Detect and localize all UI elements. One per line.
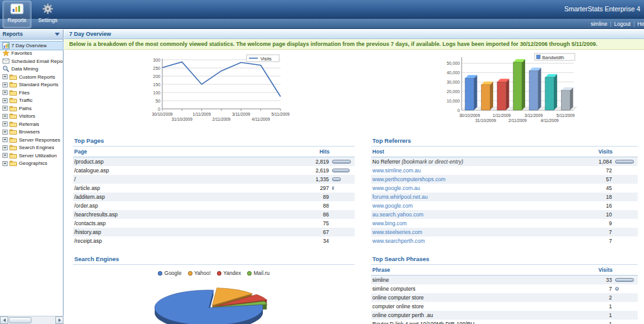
table-row: www.google.com16	[371, 201, 638, 210]
scrollbar-track[interactable]	[8, 316, 55, 324]
sidebar-item-data-mining[interactable]: Data Mining	[0, 65, 63, 74]
table-row: /searchresults.asp86	[73, 210, 355, 219]
expand-plus-icon[interactable]: +	[3, 153, 8, 158]
row-link[interactable]: au.search.yahoo.com	[372, 211, 423, 218]
scrollbar-thumb[interactable]	[9, 317, 31, 323]
table-row: online computer perth .au1	[371, 311, 638, 320]
svg-text:300: 300	[153, 58, 160, 62]
reports-button[interactable]: Reports	[3, 1, 31, 28]
sidebar-item-files[interactable]: +Files	[0, 89, 63, 97]
sidebar-item-referrals[interactable]: +Referrals	[0, 120, 63, 128]
search-engines-pie-chart	[143, 279, 355, 324]
sidebar-item-scheduled-email-reports[interactable]: Scheduled Email Reports	[0, 57, 63, 65]
scroll-left-button[interactable]	[0, 316, 8, 324]
row-link[interactable]: www.searchperth.com	[372, 238, 425, 244]
table-row: /catalogue.asp2,619	[73, 166, 355, 175]
top-search-phrases-column-visits: Visits	[582, 265, 638, 276]
row-link[interactable]: www.bing.com	[372, 220, 407, 226]
table-row: www.steelseries.com7	[371, 228, 638, 237]
scroll-right-button[interactable]	[55, 316, 64, 324]
expand-plus-icon[interactable]: +	[3, 74, 8, 79]
table-row: /1,335	[73, 175, 355, 184]
sidebar-item-geographics[interactable]: +Geographics	[0, 160, 63, 168]
sidebar-item-browsers[interactable]: +Browsers	[0, 128, 63, 137]
svg-text:1/11/2009: 1/11/2009	[192, 112, 211, 116]
table-row: online computer store2	[371, 293, 638, 302]
collapse-arrow-icon[interactable]	[55, 33, 60, 36]
sidebar-item-custom-reports[interactable]: +Custom Reports	[0, 73, 63, 81]
top-search-phrases-section: Top Search Phrases PhraseVisitssimline33…	[371, 254, 638, 324]
sidebar-item-server-utilization[interactable]: +Server Utilization	[0, 152, 63, 160]
yahoo-dot	[188, 271, 192, 276]
table-row: forums.whirlpool.net.au18	[371, 193, 638, 201]
google-dot	[158, 271, 162, 276]
bandwidth-bar-chart: 010,00020,00030,00040,00050,00030/10/200…	[434, 52, 600, 130]
legend-google: Google	[158, 270, 181, 276]
sidebar-item-search-engines[interactable]: +Search Engines	[0, 144, 63, 152]
expand-plus-icon[interactable]: +	[3, 90, 8, 95]
row-link[interactable]: www.google.com	[372, 203, 413, 209]
settings-button-label: Settings	[38, 17, 58, 23]
row-label: /article.asp	[74, 185, 100, 191]
expand-plus-icon[interactable]: +	[3, 98, 8, 103]
expand-plus-icon[interactable]: +	[3, 145, 8, 150]
svg-text:150: 150	[153, 82, 160, 87]
sidebar-item-label: 7 Day Overview	[11, 43, 47, 48]
scroll-left-icon	[3, 318, 6, 322]
sidebar-item-label: Traffic	[19, 98, 33, 103]
sidebar-item-server-responses[interactable]: +Server Responses	[0, 136, 63, 144]
value-bar	[615, 278, 634, 282]
expand-plus-icon[interactable]: +	[3, 137, 8, 142]
settings-button[interactable]: Settings	[33, 1, 62, 28]
expand-plus-icon[interactable]: +	[3, 114, 8, 119]
main-toolbar: Reports Settings	[3, 1, 62, 28]
row-label: /product.asp	[74, 159, 104, 165]
sidebar-item-paths[interactable]: +Paths	[0, 104, 63, 113]
sidebar-item-standard-reports[interactable]: +Standard Reports	[0, 81, 63, 89]
row-link[interactable]: www.google.com.au	[372, 185, 420, 191]
svg-text:3/11/2009: 3/11/2009	[232, 112, 250, 116]
sidebar-header[interactable]: Reports	[0, 30, 63, 40]
svg-text:20,000: 20,000	[447, 89, 460, 94]
sidebar-item-7-day-overview[interactable]: 7 Day Overview	[0, 42, 63, 50]
overview-icon	[3, 42, 9, 49]
sidebar-horizontal-scrollbar[interactable]	[0, 316, 64, 324]
sidebar-item-visitors[interactable]: +Visitors	[0, 113, 63, 121]
expand-plus-icon[interactable]: +	[3, 106, 8, 111]
row-link[interactable]: www.perthcomputershops.com	[372, 176, 445, 182]
row-link[interactable]: forums.whirlpool.net.au	[372, 194, 428, 200]
user-link-logout[interactable]: Logout	[614, 21, 631, 27]
sidebar-header-label: Reports	[3, 31, 23, 37]
row-value: 1,084	[584, 159, 615, 165]
row-label: simline computers	[372, 286, 416, 292]
row-value: 1,335	[301, 176, 332, 182]
sidebar-item-favorites[interactable]: Favorites	[0, 50, 63, 58]
expand-plus-icon[interactable]: +	[3, 82, 8, 87]
app-brand: SmarterStats Enterprise 4	[564, 5, 640, 13]
user-link-simline[interactable]: simline	[591, 21, 607, 27]
svg-text:2/11/2009: 2/11/2009	[509, 118, 527, 123]
sidebar-item-label: Paths	[19, 106, 31, 111]
user-link-help[interactable]: Help	[638, 21, 644, 27]
table-row: /product.asp2,819	[73, 157, 355, 167]
expand-plus-icon[interactable]: +	[3, 130, 8, 135]
mail-ru-dot	[247, 271, 252, 276]
search-engines-title: Search Engines	[73, 254, 355, 265]
reports-button-label: Reports	[8, 17, 26, 23]
sidebar-item-label: Referrals	[19, 121, 39, 127]
svg-text:2/11/2009: 2/11/2009	[213, 117, 231, 121]
folder-icon	[9, 121, 17, 127]
sidebar-item-label: Data Mining	[11, 66, 38, 72]
expand-plus-icon[interactable]: +	[3, 121, 8, 126]
row-value: 89	[301, 194, 332, 200]
svg-text:10,000: 10,000	[447, 99, 460, 103]
row-label: /history.asp	[74, 229, 101, 235]
table-row: www.bing.com9	[371, 219, 638, 228]
row-label: simline	[372, 277, 389, 283]
expand-plus-icon[interactable]: +	[3, 161, 8, 166]
row-link[interactable]: www.simline.com.au	[372, 167, 421, 174]
folder-icon	[9, 137, 17, 143]
row-label: Router D-link 4 port 10/100Mb DIR-100/RU	[372, 321, 475, 324]
sidebar-item-traffic[interactable]: +Traffic	[0, 97, 63, 105]
row-link[interactable]: www.steelseries.com	[372, 229, 422, 235]
